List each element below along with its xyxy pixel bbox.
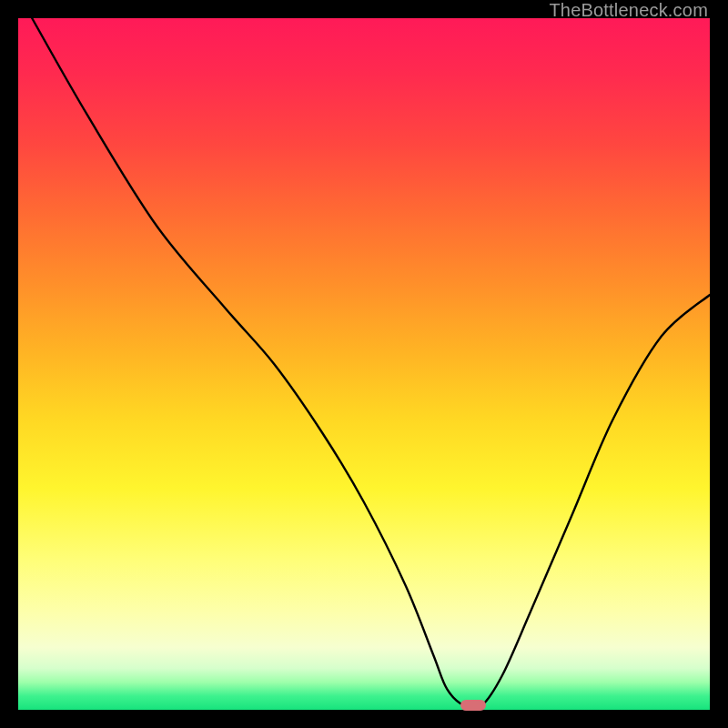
bottleneck-curve	[32, 18, 710, 709]
watermark-text: TheBottleneck.com	[549, 0, 708, 21]
chart-frame: TheBottleneck.com	[0, 0, 728, 728]
optimal-marker	[460, 700, 486, 711]
curve-overlay	[18, 18, 710, 710]
plot-area	[18, 18, 710, 710]
